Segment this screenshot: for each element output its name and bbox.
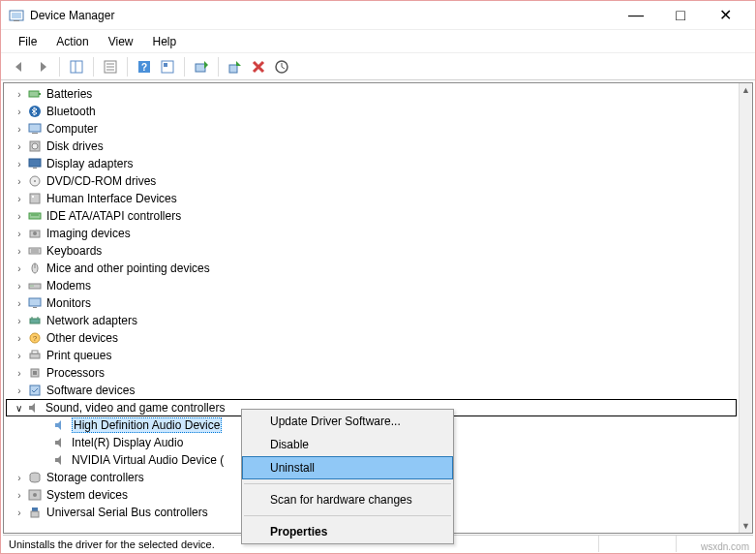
- expand-icon[interactable]: ›: [12, 107, 27, 117]
- svg-rect-17: [39, 93, 41, 95]
- scan-hardware-button[interactable]: [271, 56, 292, 77]
- update-driver-button[interactable]: [191, 56, 212, 77]
- other-icon: ?: [27, 330, 43, 346]
- tree-item-label: Modems: [46, 279, 91, 292]
- tree-item[interactable]: ›Batteries: [6, 85, 737, 103]
- cm-uninstall[interactable]: Uninstall: [242, 456, 453, 479]
- expand-icon[interactable]: ›: [12, 141, 27, 152]
- expand-icon[interactable]: ›: [12, 508, 27, 518]
- svg-rect-19: [29, 124, 41, 132]
- properties-button[interactable]: [100, 56, 121, 77]
- scroll-up-icon[interactable]: ▲: [740, 83, 752, 97]
- menu-view[interactable]: View: [99, 33, 143, 50]
- tree-item[interactable]: ›Software devices: [6, 382, 737, 399]
- tree-item[interactable]: ›IDE ATA/ATAPI controllers: [6, 207, 737, 225]
- tree-item[interactable]: ›Keyboards: [6, 242, 737, 260]
- svg-rect-28: [32, 196, 34, 198]
- tree-item-label: Processors: [46, 366, 105, 380]
- minimize-button[interactable]: —: [614, 1, 658, 30]
- action-button[interactable]: [157, 56, 178, 77]
- close-button[interactable]: ✕: [703, 1, 747, 30]
- tree-item-label: Human Interface Devices: [46, 192, 177, 205]
- expand-icon[interactable]: ›: [12, 176, 27, 187]
- expand-icon[interactable]: ›: [12, 281, 27, 292]
- show-hide-tree-button[interactable]: [66, 56, 87, 77]
- help-button[interactable]: ?: [134, 56, 155, 77]
- svg-point-32: [33, 231, 37, 235]
- maximize-button[interactable]: □: [658, 1, 703, 30]
- expand-icon[interactable]: ›: [12, 194, 27, 204]
- tree-item[interactable]: ›Disk drives: [6, 138, 737, 155]
- network-icon: [27, 313, 43, 328]
- collapse-icon[interactable]: ∨: [11, 403, 26, 414]
- svg-rect-29: [29, 213, 41, 219]
- storage-icon: [27, 470, 43, 485]
- menu-action[interactable]: Action: [46, 33, 98, 50]
- cm-update-driver[interactable]: Update Driver Software...: [242, 410, 453, 433]
- expand-icon[interactable]: ›: [12, 368, 27, 379]
- tree-item-label: Software devices: [46, 384, 135, 397]
- expand-icon[interactable]: ›: [12, 490, 27, 501]
- svg-point-55: [33, 493, 37, 497]
- expand-icon[interactable]: ›: [12, 333, 27, 344]
- printer-icon: [27, 348, 43, 363]
- monitor-icon: [27, 295, 43, 311]
- expand-icon[interactable]: ›: [12, 298, 27, 309]
- tree-item[interactable]: ›Mice and other pointing devices: [6, 260, 737, 277]
- svg-point-18: [29, 106, 41, 117]
- tree-item-label: Batteries: [46, 87, 92, 101]
- title-bar: Device Manager — □ ✕: [1, 1, 755, 30]
- speaker-icon: [52, 435, 68, 450]
- tree-item-label: System devices: [46, 488, 128, 502]
- speaker-icon: [52, 452, 68, 468]
- expand-icon[interactable]: ›: [12, 89, 27, 100]
- expand-icon[interactable]: ›: [12, 316, 27, 326]
- expand-icon[interactable]: ›: [12, 351, 27, 361]
- svg-rect-51: [33, 371, 37, 375]
- tree-item[interactable]: ›Print queues: [6, 347, 737, 364]
- expand-icon[interactable]: ›: [12, 159, 27, 169]
- back-button[interactable]: [9, 56, 30, 77]
- tree-item[interactable]: ›Human Interface Devices: [6, 190, 737, 207]
- svg-rect-42: [33, 307, 37, 308]
- menu-file[interactable]: File: [9, 33, 46, 50]
- cm-properties[interactable]: Properties: [242, 520, 453, 543]
- cm-disable[interactable]: Disable: [242, 433, 453, 456]
- tree-item[interactable]: ›DVD/CD-ROM drives: [6, 172, 737, 190]
- svg-rect-13: [196, 64, 205, 72]
- tree-item-label: Mice and other pointing devices: [46, 262, 210, 275]
- tree-item-label: Sound, video and game controllers: [45, 401, 225, 415]
- expand-icon[interactable]: ›: [12, 124, 27, 135]
- tree-item[interactable]: ›Imaging devices: [6, 225, 737, 242]
- tree-item[interactable]: ›?Other devices: [6, 329, 737, 347]
- menu-help[interactable]: Help: [143, 33, 187, 50]
- tree-item[interactable]: ›Monitors: [6, 294, 737, 312]
- tree-item-label: Keyboards: [46, 244, 102, 258]
- expand-icon[interactable]: ›: [12, 473, 27, 483]
- tree-item[interactable]: ›Processors: [6, 364, 737, 382]
- svg-text:?: ?: [33, 334, 38, 343]
- uninstall-button[interactable]: [248, 56, 269, 77]
- expand-icon[interactable]: ›: [12, 211, 27, 222]
- tree-item[interactable]: ›Modems: [6, 277, 737, 294]
- expand-icon[interactable]: ›: [12, 263, 27, 274]
- expand-icon[interactable]: ›: [12, 385, 27, 396]
- tree-item-label: Disk drives: [46, 139, 104, 153]
- context-menu: Update Driver Software... Disable Uninst…: [241, 409, 454, 544]
- expand-icon[interactable]: ›: [12, 246, 27, 257]
- tree-item[interactable]: ›Computer: [6, 120, 737, 138]
- expand-icon[interactable]: ›: [12, 229, 27, 239]
- svg-rect-12: [164, 63, 167, 67]
- modem-icon: [27, 278, 43, 293]
- tree-item[interactable]: ›Network adapters: [6, 312, 737, 329]
- svg-rect-57: [31, 511, 39, 517]
- scroll-down-icon[interactable]: ▼: [740, 519, 752, 533]
- tree-item[interactable]: ›Bluetooth: [6, 103, 737, 120]
- enable-button[interactable]: [225, 56, 246, 77]
- forward-button[interactable]: [32, 56, 53, 77]
- tree-item[interactable]: ›Display adapters: [6, 155, 737, 172]
- cm-scan-hardware[interactable]: Scan for hardware changes: [242, 488, 453, 511]
- vertical-scrollbar[interactable]: ▲ ▼: [739, 83, 752, 533]
- hid-icon: [27, 191, 43, 206]
- tree-item-label: Network adapters: [46, 314, 137, 327]
